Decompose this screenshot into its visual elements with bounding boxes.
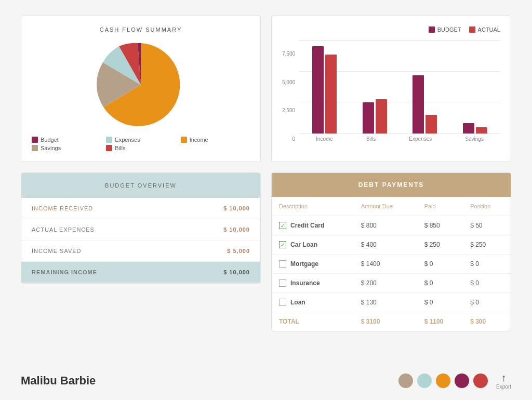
- budget-row-saved-amount: $ 5,000: [227, 248, 250, 254]
- y-label-7500: 7,500: [282, 51, 295, 57]
- debt-total-label: TOTAL: [272, 312, 354, 331]
- bar-groups: [299, 40, 500, 134]
- color-swatch-red: [473, 374, 488, 388]
- debt-amount-mortgage: $ 1400: [354, 255, 417, 274]
- x-axis-labels: Income Bills Expenses Savings: [299, 136, 500, 142]
- pie-legend: Budget Expenses Income Savings Bills: [32, 137, 250, 151]
- legend-expenses: Expenses: [106, 137, 175, 143]
- budget-row-remaining-amount: $ 10,000: [223, 269, 250, 275]
- footer: Malibu Barbie ↑ Export: [21, 372, 511, 390]
- cash-flow-title: CASH FLOW SUMMARY: [32, 26, 250, 33]
- legend-income: Income: [181, 137, 250, 143]
- debt-position-loan: $ 0: [463, 293, 511, 312]
- debt-total-position: $ 300: [463, 312, 511, 331]
- table-row: Insurance $ 200 $ 0 $ 0: [272, 274, 511, 293]
- legend-label-income: Income: [190, 137, 208, 143]
- budget-row-saved: INCOME SAVED $ 5,000: [21, 241, 260, 262]
- bar-chart-area: 7,500 5,000 2,500 0: [282, 38, 500, 142]
- y-axis: 7,500 5,000 2,500 0: [282, 48, 299, 142]
- bar-legend-budget: BUDGET: [429, 26, 461, 33]
- table-row: ✓ Credit Card $ 800 $ 850 $ 50: [272, 216, 511, 235]
- legend-dot-income: [181, 137, 187, 143]
- legend-label-budget: Budget: [41, 137, 59, 143]
- color-swatch-tan: [398, 374, 413, 388]
- debt-payments-header: DEBT PAYMENTS: [272, 173, 511, 197]
- debt-paid-carloan: $ 250: [417, 235, 463, 255]
- legend-dot-bills: [106, 145, 112, 151]
- budget-row-expenses-label: ACTUAL EXPENCES: [32, 226, 95, 233]
- legend-label-bills: Bills: [115, 145, 125, 151]
- color-swatch-orange: [436, 374, 450, 388]
- x-label-bills: Bills: [366, 136, 376, 142]
- bar-legend-dot-budget: [429, 26, 435, 33]
- debt-description-loan: Loan: [272, 293, 354, 312]
- chart-body: Income Bills Expenses Savings: [299, 40, 500, 142]
- legend-bills: Bills: [106, 145, 175, 151]
- debt-table: Description Amount Due Paid Position ✓ C…: [272, 197, 511, 331]
- footer-right: ↑ Export: [398, 372, 511, 390]
- debt-total-paid: $ 1100: [417, 312, 463, 331]
- y-label-0: 0: [282, 136, 295, 142]
- col-amount-due: Amount Due: [354, 197, 417, 216]
- budget-row-remaining-label: REMAINING INCOME: [32, 269, 97, 275]
- table-row: ✓ Car Loan $ 400 $ 250 $ 250: [272, 235, 511, 255]
- debt-amount-insurance: $ 200: [354, 274, 417, 293]
- cash-flow-card: CASH FLOW SUMMARY Budget: [21, 16, 261, 162]
- bar-expenses-budget: [413, 75, 424, 134]
- debt-position-mortgage: $ 0: [463, 255, 511, 274]
- legend-label-expenses: Expenses: [115, 137, 140, 143]
- bar-income-actual: [325, 55, 337, 134]
- bar-group-bills: [363, 99, 387, 134]
- debt-amount-creditcard: $ 800: [354, 216, 417, 235]
- debt-description-carloan: ✓ Car Loan: [272, 235, 354, 255]
- x-label-expenses: Expenses: [409, 136, 432, 142]
- debt-description-mortgage: Mortgage: [272, 255, 354, 274]
- bar-bills-budget: [363, 102, 374, 134]
- bar-savings-actual: [476, 127, 487, 134]
- budget-row-expenses-amount: $ 10,000: [223, 226, 250, 233]
- bar-expenses-actual: [425, 115, 437, 134]
- bar-pair-savings: [463, 123, 487, 134]
- checkbox-carloan[interactable]: ✓: [279, 241, 286, 248]
- debt-position-insurance: $ 0: [463, 274, 511, 293]
- bar-legend-dot-actual: [469, 26, 475, 33]
- export-button[interactable]: ↑ Export: [496, 372, 511, 390]
- bar-chart-card: BUDGET ACTUAL 7,500 5,000 2,500 0: [271, 16, 511, 162]
- checkbox-mortgage[interactable]: [279, 260, 286, 268]
- bars-wrapper: [299, 40, 500, 134]
- debt-total-row: TOTAL $ 3100 $ 1100 $ 300: [272, 312, 511, 331]
- budget-row-income-label: INCOME RECEIVED: [32, 205, 93, 211]
- debt-amount-carloan: $ 400: [354, 235, 417, 255]
- bar-pair-bills: [363, 99, 387, 134]
- bar-group-expenses: [413, 75, 437, 134]
- checkbox-loan[interactable]: [279, 299, 286, 306]
- budget-row-income-amount: $ 10,000: [223, 205, 250, 211]
- budget-row-remaining: REMAINING INCOME $ 10,000: [21, 262, 260, 283]
- table-row: Mortgage $ 1400 $ 0 $ 0: [272, 255, 511, 274]
- debt-position-carloan: $ 250: [463, 235, 511, 255]
- checkbox-creditcard[interactable]: ✓: [279, 222, 286, 229]
- bar-chart-legend: BUDGET ACTUAL: [282, 26, 500, 33]
- debt-description-insurance: Insurance: [272, 274, 354, 293]
- color-swatch-lightblue: [417, 374, 432, 388]
- pie-chart-container: [32, 38, 250, 131]
- legend-label-savings: Savings: [41, 145, 61, 151]
- bar-group-income: [312, 46, 337, 134]
- bar-bills-actual: [376, 99, 387, 134]
- bar-legend-actual: ACTUAL: [469, 26, 500, 33]
- debt-payments-card: DEBT PAYMENTS Description Amount Due Pai…: [271, 172, 511, 331]
- budget-row-expenses: ACTUAL EXPENCES $ 10,000: [21, 219, 260, 241]
- debt-amount-loan: $ 130: [354, 293, 417, 312]
- debt-paid-creditcard: $ 850: [417, 216, 463, 235]
- budget-row-saved-label: INCOME SAVED: [32, 248, 82, 254]
- export-arrow-icon: ↑: [501, 372, 507, 384]
- bar-legend-label-actual: ACTUAL: [478, 26, 500, 33]
- checkbox-insurance[interactable]: [279, 279, 286, 287]
- legend-dot-expenses: [106, 137, 112, 143]
- col-position: Position: [463, 197, 511, 216]
- color-swatch-magenta: [455, 374, 469, 388]
- x-label-income: Income: [316, 136, 333, 142]
- bar-pair-expenses: [413, 75, 437, 134]
- debt-paid-loan: $ 0: [417, 293, 463, 312]
- bar-group-savings: [463, 123, 487, 134]
